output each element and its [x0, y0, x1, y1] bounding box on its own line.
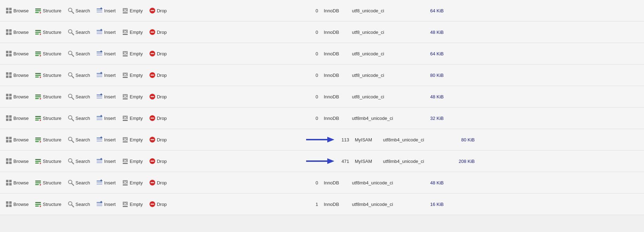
search-button-row-6[interactable]: Search — [65, 114, 93, 122]
empty-button-row-8[interactable]: Empty — [119, 157, 146, 165]
browse-button-row-3[interactable]: Browse — [3, 49, 31, 58]
search-button-row-10[interactable]: Search — [65, 200, 93, 208]
svg-rect-152 — [9, 161, 12, 164]
db-row-8: Browse Structure Search Insert Empty — [0, 151, 644, 172]
browse-button-row-4[interactable]: Browse — [3, 71, 31, 79]
search-button-row-1[interactable]: Search — [65, 6, 93, 15]
drop-button-row-7[interactable]: Drop — [146, 135, 170, 144]
empty-button-row-4[interactable]: Empty — [119, 71, 146, 79]
svg-rect-64 — [9, 72, 12, 75]
drop-button-row-5[interactable]: Drop — [146, 92, 170, 101]
empty-label: Empty — [130, 180, 143, 185]
structure-button-row-1[interactable]: Structure — [32, 6, 64, 15]
insert-label: Insert — [104, 51, 116, 56]
db-row-wrapper-9: Browse Structure Search Insert Empty — [0, 172, 644, 194]
browse-button-row-9[interactable]: Browse — [3, 178, 31, 187]
search-icon — [68, 7, 74, 14]
engine-7: MyISAM — [355, 137, 383, 142]
insert-button-row-4[interactable]: Insert — [93, 71, 119, 79]
search-button-row-5[interactable]: Search — [65, 92, 93, 101]
empty-button-row-1[interactable]: Empty — [119, 6, 146, 15]
empty-button-row-10[interactable]: Empty — [119, 200, 146, 208]
drop-button-row-8[interactable]: Drop — [146, 157, 170, 165]
insert-button-row-3[interactable]: Insert — [93, 49, 119, 58]
insert-button-row-5[interactable]: Insert — [93, 92, 119, 101]
drop-label: Drop — [157, 73, 167, 78]
structure-button-row-4[interactable]: Structure — [32, 71, 64, 79]
browse-button-row-5[interactable]: Browse — [3, 92, 31, 101]
drop-label: Drop — [157, 30, 167, 35]
drop-button-row-1[interactable]: Drop — [146, 6, 170, 15]
svg-rect-75 — [97, 76, 102, 77]
browse-icon — [6, 136, 12, 143]
drop-button-row-3[interactable]: Drop — [146, 49, 170, 58]
svg-rect-37 — [123, 34, 128, 35]
drop-button-row-2[interactable]: Drop — [146, 28, 170, 36]
empty-button-row-2[interactable]: Empty — [119, 28, 146, 36]
svg-rect-141 — [123, 137, 128, 141]
browse-icon — [6, 93, 12, 100]
rows-count-9: 0 — [306, 180, 324, 185]
structure-button-row-2[interactable]: Structure — [32, 28, 64, 36]
size-5: 48 KiB — [415, 94, 444, 99]
row-stats-7: 113MyISAMutf8mb4_unicode_ci80 KiB — [306, 136, 641, 144]
size-4: 80 KiB — [415, 73, 444, 78]
rows-count-6: 0 — [306, 116, 324, 121]
size-9: 48 KiB — [415, 180, 444, 185]
insert-label: Insert — [104, 137, 116, 142]
browse-button-row-1[interactable]: Browse — [3, 6, 31, 15]
search-button-row-4[interactable]: Search — [65, 71, 93, 79]
search-icon — [68, 115, 74, 121]
search-button-row-8[interactable]: Search — [65, 157, 93, 165]
insert-label: Insert — [104, 116, 116, 121]
insert-button-row-9[interactable]: Insert — [93, 178, 119, 187]
insert-button-row-6[interactable]: Insert — [93, 114, 119, 122]
svg-rect-150 — [9, 158, 12, 161]
browse-button-row-2[interactable]: Browse — [3, 28, 31, 36]
structure-button-row-10[interactable]: Structure — [32, 200, 64, 208]
svg-rect-68 — [35, 75, 41, 76]
search-button-row-7[interactable]: Search — [65, 135, 93, 144]
structure-button-row-5[interactable]: Structure — [32, 92, 64, 101]
browse-button-row-7[interactable]: Browse — [3, 135, 31, 144]
structure-button-row-6[interactable]: Structure — [32, 114, 64, 122]
structure-button-row-8[interactable]: Structure — [32, 157, 64, 165]
search-button-row-2[interactable]: Search — [65, 28, 93, 36]
structure-button-row-9[interactable]: Structure — [32, 178, 64, 187]
insert-button-row-2[interactable]: Insert — [93, 28, 119, 36]
empty-button-row-9[interactable]: Empty — [119, 178, 146, 187]
browse-button-row-8[interactable]: Browse — [3, 157, 31, 165]
drop-button-row-6[interactable]: Drop — [146, 114, 170, 122]
drop-button-row-10[interactable]: Drop — [146, 200, 170, 208]
search-button-row-3[interactable]: Search — [65, 49, 93, 58]
structure-button-row-3[interactable]: Structure — [32, 49, 64, 58]
insert-icon — [96, 179, 103, 186]
insert-icon — [96, 72, 103, 78]
svg-rect-155 — [35, 163, 39, 164]
browse-icon — [6, 7, 12, 14]
svg-rect-208 — [123, 202, 128, 205]
empty-button-row-6[interactable]: Empty — [119, 114, 146, 122]
empty-button-row-5[interactable]: Empty — [119, 92, 146, 101]
structure-button-row-7[interactable]: Structure — [32, 135, 64, 144]
svg-line-51 — [72, 54, 74, 56]
svg-rect-87 — [9, 97, 12, 99]
svg-rect-149 — [6, 158, 8, 161]
browse-button-row-6[interactable]: Browse — [3, 114, 31, 122]
insert-button-row-1[interactable]: Insert — [93, 6, 119, 15]
search-button-row-9[interactable]: Search — [65, 178, 93, 187]
insert-button-row-8[interactable]: Insert — [93, 157, 119, 165]
drop-button-row-4[interactable]: Drop — [146, 71, 170, 79]
insert-button-row-10[interactable]: Insert — [93, 200, 119, 208]
db-row-4: Browse Structure Search Insert Empty — [0, 65, 644, 86]
drop-button-row-9[interactable]: Drop — [146, 178, 170, 187]
rows-count-8: 471 — [337, 159, 355, 164]
search-icon — [68, 93, 74, 100]
arrow-8 — [306, 157, 334, 165]
empty-button-row-3[interactable]: Empty — [119, 49, 146, 58]
empty-button-row-7[interactable]: Empty — [119, 135, 146, 144]
insert-button-row-7[interactable]: Insert — [93, 135, 119, 144]
structure-label: Structure — [43, 116, 61, 121]
browse-button-row-10[interactable]: Browse — [3, 200, 31, 208]
browse-icon — [6, 50, 12, 57]
